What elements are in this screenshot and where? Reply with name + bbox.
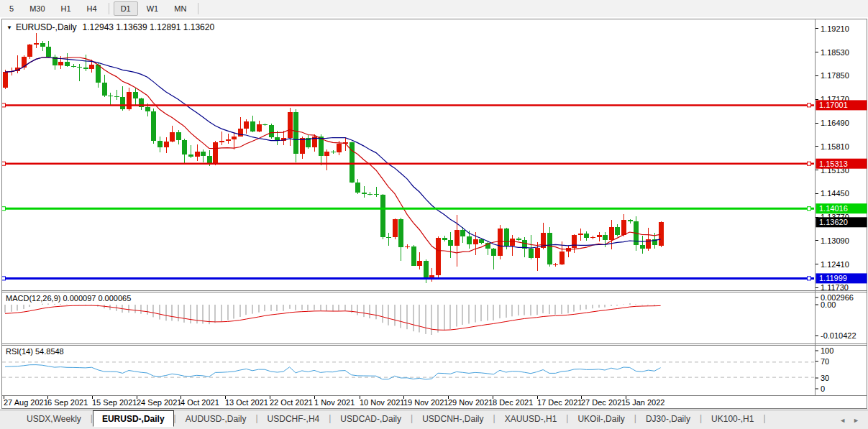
scroll-tabs-left-icon[interactable]: ◄ [839,417,846,424]
macd-histogram-bar [635,304,636,305]
timeframe-button-D1[interactable]: D1 [114,1,138,16]
toolbar-separator [198,3,198,14]
candle-body [77,67,82,68]
rsi-name: RSI(14) [6,347,33,356]
candle-body [226,139,231,141]
macd-histogram-bar [499,305,501,318]
chart-canvas[interactable]: 0.0029660.00-0.010422100703001.192101.18… [0,17,868,410]
macd-histogram-bar [214,305,216,323]
macd-histogram-bar [623,305,624,305]
macd-histogram-bar [647,305,649,305]
candle-body [374,194,379,195]
chart-tab-audusd-daily[interactable]: AUDUSD-,Daily [176,410,256,427]
candle-body [213,142,218,165]
macd-histogram-bar [11,305,12,312]
timeframe-button-MN[interactable]: MN [167,1,193,16]
macd-histogram-bar [227,305,229,320]
macd-values: 0.000097 0.000065 [63,294,131,303]
axis-label: 1.13090 [821,236,849,245]
macd-histogram-bar [363,305,365,317]
axis-label: 1.13620 [819,218,848,226]
timeframe-button-5[interactable]: 5 [2,1,21,16]
candle-body [436,238,441,275]
candle-body [628,220,633,222]
toolbar-separator [109,3,109,14]
hlines-layer [2,103,815,280]
candle-body [96,65,101,83]
macd-histogram-bar [604,305,606,308]
chart-tab-usdcnh-daily[interactable]: USDCNH-,Daily [413,410,493,427]
candle-body [108,96,113,96]
axis-label: 27 Dec 2021 [581,398,626,407]
chart-tab-usdcad-daily[interactable]: USDCAD-,Daily [331,410,411,427]
macd-histogram-bar [580,305,581,310]
macd-histogram-bar [456,305,457,327]
candle-body [65,62,70,66]
hline-handle[interactable] [2,103,6,107]
timeframe-button-H1[interactable]: H1 [54,1,78,16]
tab-separator: | [763,410,765,423]
macd-histogram-bar [524,305,525,315]
hline-handle[interactable] [808,103,811,107]
hline-handle[interactable] [2,277,6,280]
chart-tab-xauusd-h1[interactable]: XAUUSD-,H1 [495,410,567,427]
candle-body [133,92,138,98]
chart-tab-usdx-weekly[interactable]: USDX,Weekly [17,410,91,427]
candle-body [609,227,614,240]
axis-label: 13 Oct 2021 [225,398,268,407]
macd-histogram-bar [183,305,185,323]
candle-body [164,142,169,147]
candle-body [176,132,181,141]
axis-label: 100 [821,346,833,355]
timeframe-button-M30[interactable]: M30 [22,1,52,16]
candle-body [448,240,453,246]
hline-handle[interactable] [808,207,811,211]
timeframe-button-H4[interactable]: H4 [80,1,104,16]
candle-body [362,193,367,194]
macd-histogram-bar [245,305,247,315]
macd-histogram-bar [54,304,55,305]
macd-histogram-bar [47,303,49,305]
axis-label: -0.010422 [821,331,856,340]
chart-tab-eurusd-daily[interactable]: EURUSD-,Daily [93,410,174,427]
macd-histogram-bar [573,305,575,312]
macd-histogram-bar [506,305,507,318]
axis-label: 1.14450 [821,189,849,198]
candle-body [640,245,645,249]
hline-handle[interactable] [2,207,6,211]
chart-symbol-label: EURUSD-,Daily [16,22,77,32]
macd-histogram-bar [258,305,260,313]
chart-tab-ukoil-daily[interactable]: UKOil-,Daily [568,410,634,427]
macd-histogram-bar [4,305,6,313]
chart-dropdown-icon[interactable]: ▼ [6,24,12,31]
candle-body [442,238,447,240]
axis-label: 1.19210 [821,24,849,33]
macd-histogram-bar [375,305,377,319]
macd-histogram-bar [382,305,383,323]
macd-histogram-bar [233,305,234,319]
scroll-tabs-right-icon[interactable]: ► [853,417,859,424]
hline-handle[interactable] [808,277,811,280]
candle-body [58,62,63,65]
chart-tab-uk100-h1[interactable]: UK100-,H1 [702,410,763,427]
macd-histogram-bar [357,305,358,315]
axis-label: 4 Oct 2021 [181,398,219,407]
chart-tab-dj30-daily[interactable]: DJ30-,Daily [636,410,700,427]
timeframe-button-W1[interactable]: W1 [140,1,166,16]
chart-tab-usdchf-h4[interactable]: USDCHF-,H4 [258,410,329,427]
candle-body [89,65,94,69]
candle-body [232,137,237,139]
macd-histogram-bar [542,305,544,313]
macd-histogram-bar [406,305,408,329]
candle-body [603,235,608,241]
axis-label: 1.12410 [821,260,849,269]
rsi-pane: 10070300 [2,346,833,393]
hline-handle[interactable] [2,162,6,165]
candle-body [83,68,88,69]
macd-histogram-bar [295,305,296,310]
axis-label: 27 Aug 2021 [4,398,48,407]
hline-handle[interactable] [808,162,811,165]
axis-label: 30 [821,374,829,382]
candle-body [3,72,8,88]
candle-body [201,152,206,156]
